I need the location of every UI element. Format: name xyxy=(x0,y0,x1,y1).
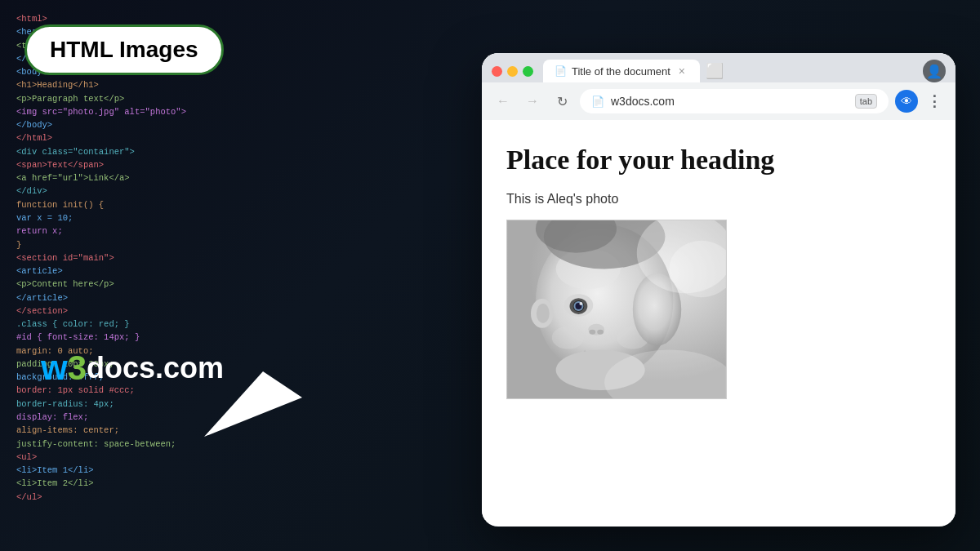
svg-point-11 xyxy=(589,330,595,335)
close-window-button[interactable] xyxy=(492,66,502,77)
browser-chrome: 📄 Title of the document × ⬜ 👤 ← → ↻ 📄 w3… xyxy=(482,53,956,120)
minimize-window-button[interactable] xyxy=(507,66,518,77)
w3docs-logo: w3 docs.com xyxy=(41,349,224,388)
baby-photo xyxy=(506,220,727,399)
tab-favicon-icon: 📄 xyxy=(555,65,567,77)
address-bar: ← → ↻ 📄 w3docs.com tab 👁 ⋮ xyxy=(482,82,956,120)
svg-point-21 xyxy=(537,304,550,323)
browser-window: 📄 Title of the document × ⬜ 👤 ← → ↻ 📄 w3… xyxy=(482,53,956,527)
extensions-area: 👁 ⋮ xyxy=(895,90,946,113)
tab-title: Title of the document xyxy=(572,65,670,78)
url-bar[interactable]: 📄 w3docs.com tab xyxy=(580,89,889,113)
tab-close-button[interactable]: × xyxy=(675,64,688,78)
logo-w: w xyxy=(41,349,68,387)
more-options-button[interactable]: ⋮ xyxy=(923,90,946,113)
page-caption: This is Aleq's photo xyxy=(506,192,931,207)
extension-eye-button[interactable]: 👁 xyxy=(895,90,918,113)
page-heading: Place for your heading xyxy=(506,144,931,176)
tab-badge: tab xyxy=(855,94,877,109)
reload-button[interactable]: ↻ xyxy=(550,90,573,113)
url-favicon-icon: 📄 xyxy=(591,96,604,108)
svg-point-12 xyxy=(597,330,604,335)
svg-point-9 xyxy=(579,302,582,305)
svg-point-13 xyxy=(552,327,585,349)
traffic-lights xyxy=(492,66,533,77)
maximize-window-button[interactable] xyxy=(523,66,533,77)
browser-tab[interactable]: 📄 Title of the document × xyxy=(543,60,700,82)
logo-w3: w3 xyxy=(41,349,87,388)
forward-button[interactable]: → xyxy=(521,90,544,113)
new-tab-icon: ⬜ xyxy=(706,62,724,80)
back-button[interactable]: ← xyxy=(492,90,514,113)
baby-photo-svg xyxy=(507,220,726,398)
profile-icon: 👤 xyxy=(926,64,942,79)
logo-docs: docs.com xyxy=(87,351,224,385)
tab-bar: 📄 Title of the document × ⬜ 👤 xyxy=(482,53,956,82)
page-title: HTML Images xyxy=(50,37,198,63)
url-text: w3docs.com xyxy=(611,95,849,108)
page-content: Place for your heading This is Aleq's ph… xyxy=(482,120,956,520)
title-label: HTML Images xyxy=(24,24,224,75)
code-overlay: <html> <head> <title>Page Title</title> … xyxy=(0,0,359,551)
profile-button[interactable]: 👤 xyxy=(923,60,946,82)
new-tab-button[interactable]: ⬜ xyxy=(703,60,726,82)
logo-3: 3 xyxy=(68,349,87,387)
title-bubble: HTML Images xyxy=(24,24,224,75)
